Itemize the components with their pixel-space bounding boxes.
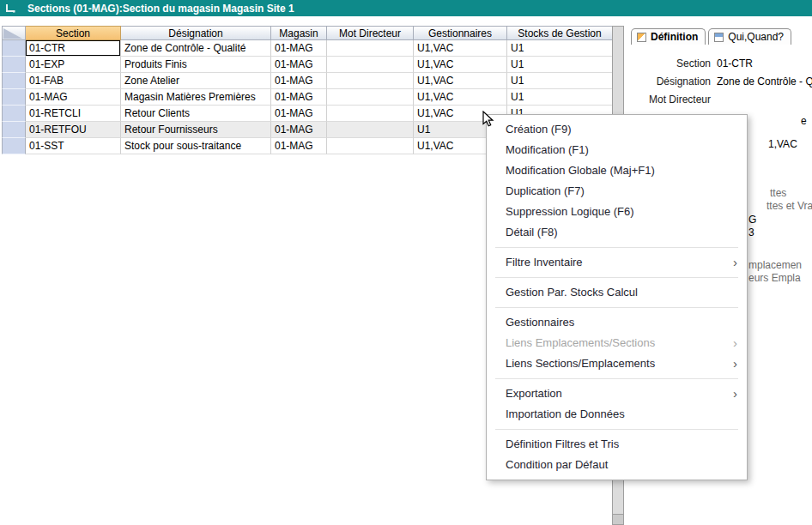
- panel-text-fragment: G: [748, 214, 756, 226]
- submenu-arrow-icon: ›: [733, 383, 737, 404]
- field-label: Désignation: [624, 75, 711, 88]
- grid-cell-section[interactable]: 01-RETFOU: [26, 122, 121, 138]
- grid-cell-gestionnaires[interactable]: U1,VAC: [414, 40, 507, 57]
- select-all-corner[interactable]: [2, 26, 26, 40]
- scrollbar-end-cap[interactable]: [613, 514, 623, 524]
- grid-cell-stocks[interactable]: U1: [507, 89, 613, 106]
- grid-cell-gestionnaires[interactable]: U1,VAC: [414, 57, 507, 73]
- panel-text-fragment: eurs Empla: [748, 272, 801, 284]
- menu-item-label: Duplication (F7): [506, 184, 585, 197]
- menu-item-modification-f1[interactable]: Modification (F1): [487, 140, 747, 160]
- menu-item-condition-par-d-faut[interactable]: Condition par Défaut: [487, 455, 747, 475]
- tab-qui-quand[interactable]: Qui,Quand?: [708, 28, 791, 45]
- submenu-arrow-icon: ›: [733, 333, 737, 353]
- panel-text-fragment: e: [801, 115, 807, 127]
- column-header-mot-directeur[interactable]: Mot Directeur: [327, 26, 414, 40]
- menu-separator: [495, 247, 738, 248]
- row-selector[interactable]: [2, 122, 26, 138]
- menu-item-importation-de-donn-es[interactable]: Importation de Données: [487, 404, 747, 425]
- field-value: Zone de Contrôle - Qualité: [717, 75, 812, 88]
- grid-cell-magasin[interactable]: 01-MAG: [271, 89, 327, 106]
- grid-cell-stocks[interactable]: U1: [507, 73, 613, 89]
- menu-item-gestion-par-stocks-calcul[interactable]: Gestion Par. Stocks Calcul: [487, 282, 747, 303]
- grid-cell-section[interactable]: 01-EXP: [26, 57, 121, 73]
- grid-cell-gestionnaires[interactable]: U1,VAC: [414, 89, 507, 106]
- row-selector[interactable]: [2, 106, 26, 122]
- panel-text-fragment: ttes et Vrac: [767, 200, 812, 212]
- row-selector[interactable]: [2, 57, 26, 73]
- menu-separator: [495, 307, 738, 308]
- row-selector[interactable]: [2, 40, 26, 57]
- context-menu: Création (F9)Modification (F1)Modificati…: [486, 114, 748, 480]
- grid-cell-section[interactable]: 01-MAG: [26, 89, 121, 106]
- grid-cell-magasin[interactable]: 01-MAG: [271, 40, 327, 57]
- grid-cell-designation[interactable]: Retour Clients: [121, 106, 271, 122]
- grid-cell-designation[interactable]: Stock pour sous-traitance: [121, 138, 271, 154]
- menu-item-d-finition-filtres-et-tris[interactable]: Définition Filtres et Tris: [487, 434, 747, 455]
- menu-item-label: Liens Sections/Emplacements: [506, 357, 655, 370]
- menu-item-modification-globale-maj-f1[interactable]: Modification Globale (Maj+F1): [487, 160, 747, 181]
- grid-cell-gestionnaires[interactable]: U1,VAC: [414, 73, 507, 89]
- column-header-stocks-de-gestion[interactable]: Stocks de Gestion: [507, 26, 613, 40]
- column-header-gestionnaires[interactable]: Gestionnaires: [414, 26, 507, 40]
- row-selector[interactable]: [2, 138, 26, 154]
- grid-cell-designation[interactable]: Zone Atelier: [121, 73, 271, 89]
- table-row: 01-FABZone Atelier01-MAGU1,VACU1: [2, 73, 613, 89]
- grid-cell-designation[interactable]: Magasin Matières Premières: [121, 89, 271, 106]
- menu-item-filtre-inventaire[interactable]: Filtre Inventaire›: [487, 252, 747, 273]
- grid-cell-mot_directeur[interactable]: [327, 106, 414, 122]
- panel-fields: Section01-CTRDésignationZone de Contrôle…: [624, 54, 812, 108]
- field-row-mot-directeur: Mot Directeur: [624, 90, 812, 108]
- field-label: Mot Directeur: [624, 94, 711, 106]
- grid-cell-mot_directeur[interactable]: [327, 122, 414, 138]
- grid-cell-magasin[interactable]: 01-MAG: [271, 57, 327, 73]
- panel-text-fragment: 1,VAC: [768, 138, 797, 150]
- menu-item-label: Détail (F8): [506, 226, 558, 238]
- field-value: 01-CTR: [717, 57, 812, 69]
- grid-cell-stocks[interactable]: U1: [507, 57, 613, 73]
- table-row: 01-MAGMagasin Matières Premières01-MAGU1…: [2, 89, 613, 106]
- grid-cell-mot_directeur[interactable]: [327, 40, 414, 57]
- menu-item-liens-emplacements-sections: Liens Emplacements/Sections›: [487, 333, 747, 353]
- grid-cell-magasin[interactable]: 01-MAG: [271, 122, 327, 138]
- window-title: Sections (01-MAG):Section du magasin Mag…: [27, 3, 294, 15]
- menu-item-label: Gestionnaires: [506, 316, 574, 329]
- row-selector[interactable]: [2, 73, 26, 89]
- column-header-section[interactable]: Section: [26, 26, 121, 40]
- corner-triangle-icon: [3, 28, 22, 39]
- tree-branch-icon: [5, 3, 15, 14]
- menu-item-d-tail-f8[interactable]: Détail (F8): [487, 222, 747, 243]
- menu-item-label: Filtre Inventaire: [506, 256, 583, 269]
- definition-tab-icon: [637, 33, 646, 42]
- grid-cell-magasin[interactable]: 01-MAG: [271, 138, 327, 154]
- grid-cell-designation[interactable]: Produits Finis: [121, 57, 271, 73]
- grid-cell-section[interactable]: 01-SST: [26, 138, 121, 154]
- grid-cell-mot_directeur[interactable]: [327, 138, 414, 154]
- window-title-bar: Sections (01-MAG):Section du magasin Mag…: [0, 0, 812, 16]
- grid-cell-magasin[interactable]: 01-MAG: [271, 73, 327, 89]
- grid-cell-designation[interactable]: Retour Fournisseurs: [121, 122, 271, 138]
- grid-cell-section[interactable]: 01-RETCLI: [26, 106, 121, 122]
- grid-cell-mot_directeur[interactable]: [327, 73, 414, 89]
- menu-item-label: Suppression Logique (F6): [506, 205, 634, 218]
- menu-item-liens-sections-emplacements[interactable]: Liens Sections/Emplacements›: [487, 353, 747, 374]
- menu-item-exportation[interactable]: Exportation›: [487, 383, 747, 404]
- menu-item-suppression-logique-f6[interactable]: Suppression Logique (F6): [487, 202, 747, 222]
- grid-cell-mot_directeur[interactable]: [327, 57, 414, 73]
- grid-cell-designation[interactable]: Zone de Contrôle - Qualité: [121, 40, 271, 57]
- grid-cell-mot_directeur[interactable]: [327, 89, 414, 106]
- field-row-d-signation: DésignationZone de Contrôle - Qualité: [624, 72, 812, 90]
- grid-cell-stocks[interactable]: U1: [507, 40, 613, 57]
- row-selector[interactable]: [2, 89, 26, 106]
- grid-cell-section[interactable]: 01-FAB: [26, 73, 121, 89]
- grid-cell-section[interactable]: 01-CTR: [26, 40, 121, 57]
- menu-item-cr-ation-f9[interactable]: Création (F9): [487, 119, 747, 140]
- menu-item-duplication-f7[interactable]: Duplication (F7): [487, 181, 747, 202]
- column-header-magasin[interactable]: Magasin: [271, 26, 327, 40]
- tab-d-finition[interactable]: Définition: [631, 28, 706, 45]
- grid-cell-magasin[interactable]: 01-MAG: [271, 106, 327, 122]
- submenu-arrow-icon: ›: [733, 252, 737, 273]
- menu-item-gestionnaires[interactable]: Gestionnaires: [487, 312, 747, 333]
- menu-separator: [495, 378, 738, 379]
- column-header-d-signation[interactable]: Désignation: [121, 26, 271, 40]
